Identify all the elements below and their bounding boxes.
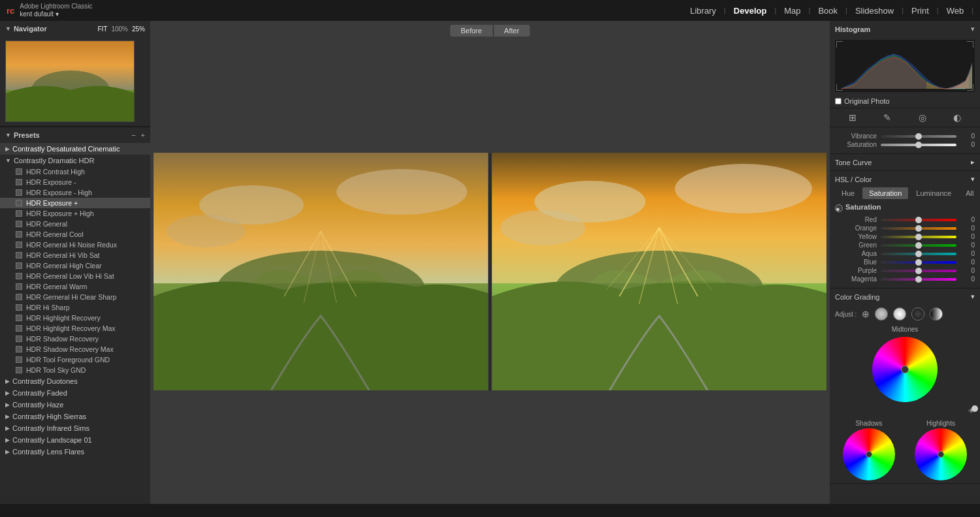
presets-add-btn[interactable]: + bbox=[141, 131, 145, 139]
after-image-panel bbox=[492, 153, 826, 392]
preset-group-header-2[interactable]: ▶ Contrastly Duotones bbox=[0, 375, 150, 387]
histogram-svg bbox=[835, 40, 975, 92]
nav-book[interactable]: Book bbox=[810, 6, 845, 16]
hsl-green-thumb[interactable] bbox=[915, 242, 922, 249]
cg-midtones-btn[interactable] bbox=[893, 307, 906, 321]
cg-highlights-btn[interactable] bbox=[911, 307, 924, 321]
preset-item-hdr-general-warm[interactable]: HDR General Warm bbox=[0, 281, 150, 292]
preset-group-header-3[interactable]: ▶ Contrastly Faded bbox=[0, 387, 150, 399]
preset-group-header-7[interactable]: ▶ Contrastly Landscape 01 bbox=[0, 434, 150, 446]
preset-item-hdr-general-hi-vib[interactable]: HDR General Hi Vib Sat bbox=[0, 250, 150, 260]
preset-item-hdr-shadow-recovery-max[interactable]: HDR Shadow Recovery Max bbox=[0, 344, 150, 354]
hsl-tab-all[interactable]: All bbox=[959, 187, 980, 199]
preset-group-header-5[interactable]: ▶ Contrastly High Sierras bbox=[0, 411, 150, 422]
hsl-tab-hue[interactable]: Hue bbox=[835, 187, 861, 199]
crop-icon[interactable]: ⊞ bbox=[849, 112, 857, 123]
preset-icon bbox=[16, 221, 22, 227]
preset-group-header-8[interactable]: ▶ Contrastly Lens Flares bbox=[0, 446, 150, 458]
hsl-aqua-track[interactable] bbox=[881, 253, 956, 255]
cg-shadows-wheel[interactable] bbox=[843, 428, 895, 480]
after-button[interactable]: After bbox=[494, 25, 530, 37]
hsl-green-value: 0 bbox=[956, 242, 975, 249]
hsl-yellow-thumb[interactable] bbox=[915, 234, 922, 240]
preset-group-header-6[interactable]: ▶ Contrastly Infrared Sims bbox=[0, 422, 150, 434]
hsl-orange-thumb[interactable] bbox=[915, 225, 922, 232]
gradient-icon[interactable]: ◐ bbox=[953, 112, 961, 123]
tone-curve-arrow: ▸ bbox=[971, 158, 975, 166]
cg-adjust-label: Adjust : bbox=[835, 311, 857, 318]
preset-item-hdr-exposure-minus[interactable]: HDR Exposure - bbox=[0, 177, 150, 187]
original-photo-checkbox[interactable] bbox=[835, 98, 841, 104]
preset-item-hdr-shadow-recovery[interactable]: HDR Shadow Recovery bbox=[0, 334, 150, 344]
hsl-orange-track[interactable] bbox=[881, 227, 956, 230]
saturation-thumb[interactable] bbox=[915, 142, 922, 148]
hsl-red-track[interactable] bbox=[881, 219, 956, 221]
vibrance-thumb[interactable] bbox=[915, 133, 922, 140]
zoom-25[interactable]: 25% bbox=[132, 25, 145, 33]
preset-label: HDR Exposure + bbox=[26, 199, 78, 207]
preset-item-hdr-exposure-plus[interactable]: HDR Exposure + bbox=[0, 198, 150, 208]
preset-item-hdr-general-cool[interactable]: HDR General Cool bbox=[0, 229, 150, 240]
hsl-blue-thumb[interactable] bbox=[915, 259, 922, 266]
nav-library[interactable]: Library bbox=[682, 6, 724, 16]
preset-item-hdr-general[interactable]: HDR General bbox=[0, 219, 150, 229]
hsl-target-icon[interactable]: ● bbox=[835, 204, 843, 212]
hsl-yellow-track[interactable] bbox=[881, 236, 956, 238]
heal-icon[interactable]: ✎ bbox=[883, 112, 891, 123]
preset-label: HDR Exposure - High bbox=[26, 189, 92, 196]
color-grading-header[interactable]: Color Grading ▾ bbox=[830, 289, 980, 305]
before-button[interactable]: Before bbox=[450, 25, 492, 37]
hsl-purple-thumb[interactable] bbox=[915, 268, 922, 274]
preset-group-header-4[interactable]: ▶ Contrastly Haze bbox=[0, 399, 150, 411]
presets-remove-btn[interactable]: − bbox=[131, 131, 135, 139]
preset-item-hdr-gerneral-hi-clear[interactable]: HDR Gerneral Hi Clear Sharp bbox=[0, 292, 150, 302]
cg-global-btn[interactable] bbox=[930, 307, 943, 321]
preset-label: HDR Tool Foreground GND bbox=[26, 356, 110, 364]
saturation-track[interactable] bbox=[881, 144, 956, 146]
presets-header[interactable]: ▼ Presets − + bbox=[0, 127, 150, 143]
hsl-tab-saturation[interactable]: Saturation bbox=[862, 187, 908, 199]
preset-group-header-0[interactable]: ▶ Contrastly Desaturated Cinematic bbox=[0, 143, 150, 155]
preset-group-header-1[interactable]: ▼ Contrastly Dramatic HDR bbox=[0, 155, 150, 166]
nav-web[interactable]: Web bbox=[939, 6, 972, 16]
preset-item-hdr-tool-sky[interactable]: HDR Tool Sky GND bbox=[0, 365, 150, 375]
preset-label: HDR Shadow Recovery bbox=[26, 335, 99, 343]
hsl-aqua-thumb[interactable] bbox=[915, 251, 922, 257]
user-name[interactable]: kent dufault ▾ bbox=[20, 10, 92, 18]
cg-midtones-wheel[interactable] bbox=[872, 337, 938, 402]
hsl-magenta-thumb[interactable] bbox=[915, 276, 922, 283]
cg-all-icon[interactable]: ⊕ bbox=[862, 309, 870, 319]
histogram-menu-icon[interactable]: ▾ bbox=[971, 25, 975, 33]
hsl-blue-track[interactable] bbox=[881, 261, 956, 264]
preset-item-hdr-general-hi-noise[interactable]: HDR General Hi Noise Redux bbox=[0, 240, 150, 250]
preset-item-hdr-contrast-high[interactable]: HDR Contrast High bbox=[0, 166, 150, 177]
navigator-header[interactable]: ▼ Navigator FIT 100% 25% bbox=[0, 21, 150, 37]
hsl-green-track[interactable] bbox=[881, 244, 956, 247]
preset-item-hdr-tool-foreground[interactable]: HDR Tool Foreground GND bbox=[0, 354, 150, 365]
preset-item-hdr-general-low-vib[interactable]: HDR General Low Vib Hi Sat bbox=[0, 271, 150, 281]
preset-item-hdr-hi-sharp[interactable]: HDR Hi Sharp bbox=[0, 302, 150, 313]
tone-curve-header[interactable]: Tone Curve ▸ bbox=[830, 154, 980, 170]
preset-item-hdr-highlight-recovery[interactable]: HDR Highlight Recovery bbox=[0, 313, 150, 323]
zoom-fit[interactable]: FIT bbox=[97, 25, 107, 33]
zoom-100[interactable]: 100% bbox=[111, 25, 128, 33]
nav-map[interactable]: Map bbox=[776, 6, 808, 16]
preset-item-hdr-exposure-plus-high[interactable]: HDR Exposure + High bbox=[0, 208, 150, 219]
cg-highlights-wheel[interactable] bbox=[915, 428, 967, 480]
hsl-purple-track[interactable] bbox=[881, 270, 956, 272]
nav-develop[interactable]: Develop bbox=[726, 6, 775, 16]
hsl-header[interactable]: HSL / Color ▾ bbox=[830, 171, 980, 187]
preset-item-hdr-highlight-recovery-max[interactable]: HDR Highlight Recovery Max bbox=[0, 323, 150, 334]
redeye-icon[interactable]: ◎ bbox=[919, 112, 926, 123]
hsl-magenta-track[interactable] bbox=[881, 278, 956, 281]
preset-item-hdr-general-high-clear[interactable]: HDR General High Clear bbox=[0, 260, 150, 271]
cg-midtones-slider-row: 👁 bbox=[830, 405, 980, 417]
preset-item-hdr-exposure-high[interactable]: HDR Exposure - High bbox=[0, 187, 150, 198]
hsl-tab-luminance[interactable]: Luminance bbox=[909, 187, 958, 199]
cg-midtones-slider-thumb[interactable] bbox=[972, 405, 978, 412]
nav-slideshow[interactable]: Slideshow bbox=[847, 6, 902, 16]
cg-shadows-btn[interactable] bbox=[875, 307, 888, 321]
vibrance-track[interactable] bbox=[881, 135, 956, 138]
nav-print[interactable]: Print bbox=[904, 6, 937, 16]
hsl-red-thumb[interactable] bbox=[915, 217, 922, 223]
